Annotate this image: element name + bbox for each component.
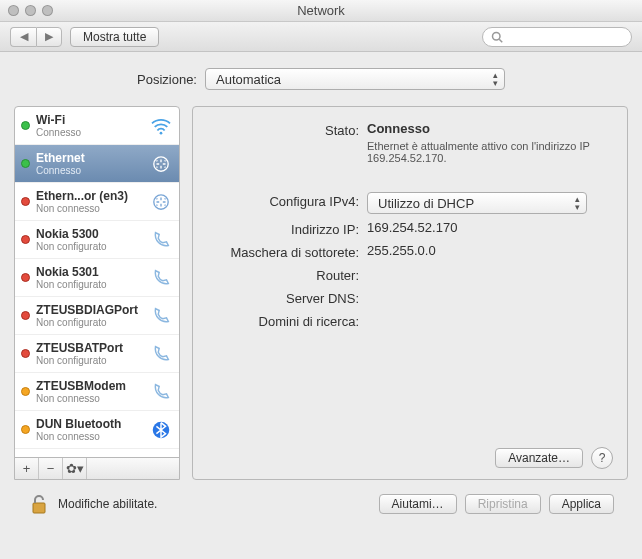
phone-icon (149, 266, 173, 290)
configure-ipv4-value: Utilizzo di DHCP (378, 196, 474, 211)
remove-interface-button[interactable]: − (39, 458, 63, 479)
svg-point-3 (154, 156, 168, 170)
chevron-updown-icon: ▴▾ (575, 195, 580, 211)
phone-icon (149, 228, 173, 252)
svg-point-4 (154, 194, 168, 208)
location-select[interactable]: Automatica ▴▾ (205, 68, 505, 90)
phone-icon (149, 342, 173, 366)
router-label: Router: (207, 266, 367, 283)
help-button[interactable]: ? (591, 447, 613, 469)
sidebar-item-status: Non connesso (36, 393, 143, 404)
sidebar-item-zteusbdiagport[interactable]: ZTEUSBDIAGPortNon configurato (15, 297, 179, 335)
bottom-bar: Modifiche abilitate. Aiutami… Ripristina… (14, 480, 628, 516)
ip-address-label: Indirizzo IP: (207, 220, 367, 237)
wifi-icon (149, 114, 173, 138)
status-description: Ethernet è attualmente attivo con l'indi… (367, 140, 597, 164)
status-dot (21, 425, 30, 434)
show-all-button[interactable]: Mostra tutte (70, 27, 159, 47)
sidebar-item-text: Nokia 5301Non configurato (36, 265, 143, 290)
interfaces-list: Wi-FiConnessoEthernetConnessoEthern...or… (15, 107, 179, 457)
back-button[interactable]: ◀ (10, 27, 36, 47)
sidebar-item-status: Non connesso (36, 203, 143, 214)
sidebar-item-dun-bluetooth[interactable]: DUN BluetoothNon connesso (15, 411, 179, 449)
search-input[interactable] (482, 27, 632, 47)
status-dot (21, 235, 30, 244)
sidebar-item-status: Non connesso (36, 431, 143, 442)
sidebar-item-name: Ethern...or (en3) (36, 189, 143, 203)
ethernet-icon (149, 190, 173, 214)
sidebar-item-zteusbmodem[interactable]: ZTEUSBModemNon connesso (15, 373, 179, 411)
svg-point-0 (493, 32, 501, 40)
sidebar-item-status: Connesso (36, 127, 143, 138)
gear-icon: ✿▾ (66, 461, 84, 476)
sidebar-item-zteusbatport[interactable]: ZTEUSBATPortNon configurato (15, 335, 179, 373)
sidebar-item-ethern-or-en3-[interactable]: Ethern...or (en3)Non connesso (15, 183, 179, 221)
sidebar-item-wi-fi[interactable]: Wi-FiConnesso (15, 107, 179, 145)
sidebar-item-name: ZTEUSBATPort (36, 341, 143, 355)
interfaces-sidebar: Wi-FiConnessoEthernetConnessoEthern...or… (14, 106, 180, 480)
status-dot (21, 311, 30, 320)
sidebar-item-name: Ethernet (36, 151, 143, 165)
status-dot (21, 349, 30, 358)
sidebar-item-status: Connesso (36, 165, 143, 176)
phone-icon (149, 380, 173, 404)
sidebar-item-name: Wi-Fi (36, 113, 143, 127)
phone-icon (149, 304, 173, 328)
sidebar-item-status: Non configurato (36, 279, 143, 290)
apply-button[interactable]: Applica (549, 494, 614, 514)
toolbar: ◀ ▶ Mostra tutte (0, 22, 642, 52)
configure-ipv4-select[interactable]: Utilizzo di DHCP ▴▾ (367, 192, 587, 214)
lock-text: Modifiche abilitate. (58, 497, 157, 511)
titlebar: Network (0, 0, 642, 22)
chevron-updown-icon: ▴▾ (493, 71, 498, 87)
svg-rect-6 (33, 503, 45, 513)
add-interface-button[interactable]: + (15, 458, 39, 479)
sidebar-item-status: Non configurato (36, 241, 143, 252)
dns-label: Server DNS: (207, 289, 367, 306)
sidebar-item-text: Wi-FiConnesso (36, 113, 143, 138)
sidebar-item-nokia-5301[interactable]: Nokia 5301Non configurato (15, 259, 179, 297)
status-dot (21, 387, 30, 396)
sidebar-item-name: ZTEUSBModem (36, 379, 143, 393)
nav-buttons: ◀ ▶ (10, 27, 62, 47)
status-dot (21, 197, 30, 206)
window-title: Network (0, 3, 642, 18)
location-value: Automatica (216, 72, 281, 87)
sidebar-item-text: ZTEUSBDIAGPortNon configurato (36, 303, 143, 328)
sidebar-item-text: Nokia 5300Non configurato (36, 227, 143, 252)
sidebar-item-ethernet[interactable]: EthernetConnesso (15, 145, 179, 183)
sidebar-item-name: ZTEUSBDIAGPort (36, 303, 143, 317)
sidebar-item-text: DUN BluetoothNon connesso (36, 417, 143, 442)
sidebar-footer: + − ✿▾ (15, 457, 179, 479)
sidebar-item-name: Nokia 5301 (36, 265, 143, 279)
advanced-button[interactable]: Avanzate… (495, 448, 583, 468)
status-value: Connesso (367, 121, 430, 136)
subnet-mask-value: 255.255.0.0 (367, 243, 613, 258)
status-dot (21, 273, 30, 282)
configure-ipv4-label: Configura IPv4: (207, 192, 367, 209)
sidebar-item-name: Nokia 5300 (36, 227, 143, 241)
sidebar-item-text: EthernetConnesso (36, 151, 143, 176)
status-dot (21, 121, 30, 130)
sidebar-item-text: Ethern...or (en3)Non connesso (36, 189, 143, 214)
sidebar-item-name: DUN Bluetooth (36, 417, 143, 431)
revert-button[interactable]: Ripristina (465, 494, 541, 514)
sidebar-item-status: Non configurato (36, 317, 143, 328)
status-dot (21, 159, 30, 168)
svg-line-1 (499, 39, 502, 42)
sidebar-item-nokia-5300[interactable]: Nokia 5300Non configurato (15, 221, 179, 259)
subnet-mask-label: Maschera di sottorete: (207, 243, 367, 260)
help-me-button[interactable]: Aiutami… (379, 494, 457, 514)
ethernet-icon (149, 152, 173, 176)
location-label: Posizione: (137, 72, 197, 87)
interface-options-button[interactable]: ✿▾ (63, 458, 87, 479)
search-domains-label: Domini di ricerca: (207, 312, 367, 329)
ip-address-value: 169.254.52.170 (367, 220, 613, 235)
location-row: Posizione: Automatica ▴▾ (14, 68, 628, 90)
question-icon: ? (599, 451, 606, 465)
sidebar-item-status: Non configurato (36, 355, 143, 366)
lock-icon[interactable] (28, 492, 50, 516)
status-label: Stato: (207, 121, 367, 138)
svg-point-2 (160, 131, 163, 134)
forward-button[interactable]: ▶ (36, 27, 62, 47)
